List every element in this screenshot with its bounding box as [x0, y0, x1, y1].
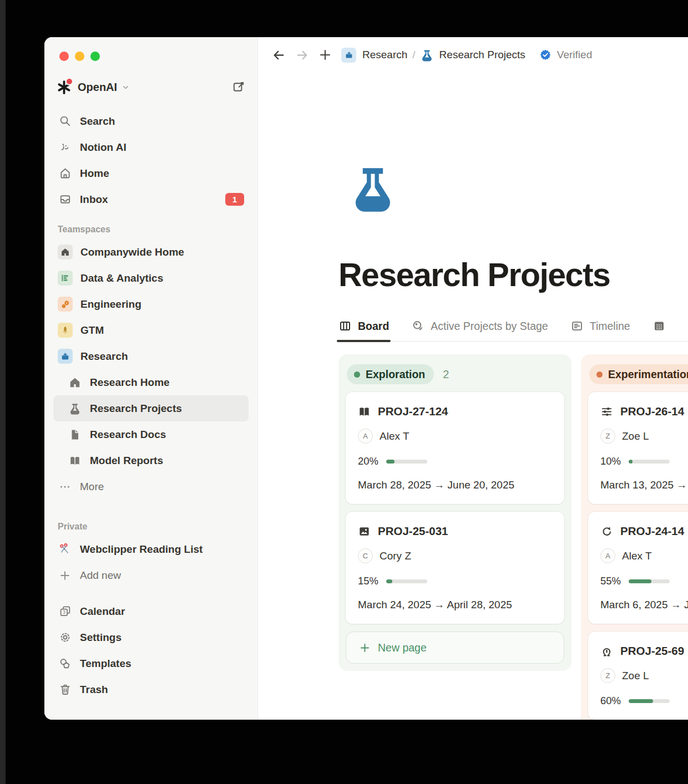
sidebar-item-label: Webclipper Reading List [80, 543, 203, 556]
date-range: March 6, 2025 → J [600, 599, 688, 611]
house-icon [68, 376, 82, 389]
project-card[interactable]: PROJ-24-14 A Alex T 55% March 6, 2025 → … [588, 512, 688, 624]
date-range: March 24, 2025 → April 28, 2025 [358, 599, 552, 611]
toolbox-icon[interactable] [341, 48, 356, 63]
breadcrumb-separator: / [412, 49, 415, 61]
forward-arrow-icon[interactable] [295, 48, 309, 62]
page-title[interactable]: Research Projects [338, 256, 688, 294]
close-window-button[interactable] [59, 52, 69, 61]
status-pill[interactable]: Experimentation [589, 364, 688, 384]
progress-bar [629, 579, 670, 583]
flask-icon [68, 403, 82, 415]
calendar-icon: 3 [58, 605, 72, 618]
project-id: PROJ-24-14 [620, 525, 684, 538]
breadcrumb-root[interactable]: Research [362, 49, 407, 61]
project-card[interactable]: PROJ-25-69 Z Zoe L 60% [588, 632, 688, 720]
page-body: Research Projects Board Active Projects … [258, 73, 688, 720]
date-range: March 28, 2025 → June 20, 2025 [358, 479, 552, 491]
workspace-switcher[interactable]: OpenAI [57, 77, 245, 97]
sidebar-item-inbox[interactable]: Inbox 1 [53, 186, 249, 212]
sidebar-item-label: Home [80, 167, 109, 180]
compose-icon[interactable] [232, 80, 245, 94]
status-pill[interactable]: Exploration [347, 364, 434, 384]
new-page-label: New page [378, 642, 427, 654]
sidebar-item-companywide-home[interactable]: Companywide Home [53, 239, 249, 265]
sidebar-item-label: Inbox [80, 194, 108, 206]
sidebar-item-model-reports[interactable]: Model Reports [53, 447, 249, 474]
tab-timeline[interactable]: Timeline [570, 319, 630, 341]
flask-icon [421, 49, 433, 62]
gears-icon [58, 297, 73, 312]
sidebar-item-add-new[interactable]: Add new [53, 562, 249, 588]
project-card[interactable]: PROJ-27-124 A Alex T 20% March 28, 2025 … [346, 392, 564, 504]
project-card[interactable]: PROJ-26-14 Z Zoe L 10% March 13, 2025 → [588, 392, 688, 504]
status-dot-icon [596, 371, 603, 378]
sidebar-item-more[interactable]: More [53, 474, 249, 500]
sidebar-item-label: Add new [80, 569, 121, 582]
progress-row: 10% [600, 455, 688, 467]
back-arrow-icon[interactable] [272, 48, 286, 62]
board-column-experimentation: Experimentation PROJ-26-14 Z Zoe L [581, 354, 688, 720]
sidebar-item-research[interactable]: Research [53, 343, 249, 369]
project-id: PROJ-26-14 [620, 405, 684, 418]
tab-label: Timeline [590, 320, 630, 333]
sidebar-item-label: Calendar [80, 605, 125, 618]
home-icon [58, 167, 72, 180]
kanban-board: Exploration 2 PROJ-27-124 A [338, 354, 688, 720]
breadcrumb-current[interactable]: Research Projects [439, 49, 525, 61]
minimize-window-button[interactable] [75, 52, 84, 61]
sidebar-item-research-projects[interactable]: Research Projects [53, 395, 249, 421]
timeline-view-icon [570, 319, 584, 333]
sidebar-item-search[interactable]: Search [53, 108, 249, 134]
chevron-down-icon [122, 83, 130, 91]
sidebar-item-research-home[interactable]: Research Home [53, 369, 249, 395]
view-tabs: Board Active Projects by Stage Timeline [338, 319, 688, 342]
tab-board[interactable]: Board [338, 319, 389, 341]
progress-percent: 60% [600, 695, 621, 707]
avatar: Z [600, 668, 615, 683]
plus-icon [359, 642, 371, 654]
teamspaces-section-label: Teamspaces [53, 217, 249, 239]
notion-app-window: OpenAI Search Notion AI Home [44, 37, 688, 720]
project-card[interactable]: PROJ-25-031 C Cory Z 15% March 24, 2025 … [346, 512, 564, 624]
tab-calendar-view[interactable] [652, 319, 672, 341]
notification-dot [65, 78, 73, 85]
sidebar-item-label: Search [80, 115, 115, 128]
avatar: Z [600, 429, 615, 444]
sidebar-item-settings[interactable]: Settings [53, 624, 249, 650]
sidebar-item-calendar[interactable]: 3 Calendar [53, 598, 249, 624]
sidebar-item-trash[interactable]: Trash [53, 676, 249, 702]
progress-row: 15% [358, 575, 552, 587]
sidebar-item-webclipper[interactable]: Webclipper Reading List [53, 536, 249, 562]
page-flask-icon[interactable] [350, 163, 396, 214]
new-page-icon[interactable] [318, 48, 332, 62]
card-title-row: PROJ-25-031 [358, 525, 552, 538]
sidebar-item-research-docs[interactable]: Research Docs [53, 421, 249, 447]
tab-active-projects-by-stage[interactable]: Active Projects by Stage [411, 319, 548, 341]
sidebar-item-label: Model Reports [90, 455, 163, 467]
sidebar-item-notion-ai[interactable]: Notion AI [53, 134, 249, 160]
sidebar-item-label: Templates [80, 658, 131, 670]
sidebar-item-templates[interactable]: Templates [53, 650, 249, 676]
sidebar-item-engineering[interactable]: Engineering [53, 291, 249, 317]
inbox-unread-badge: 1 [225, 193, 244, 206]
house-icon [58, 245, 73, 259]
notion-ai-icon [58, 141, 72, 154]
verified-label: Verified [557, 49, 592, 61]
column-count: 2 [443, 368, 449, 381]
sidebar-item-home[interactable]: Home [53, 160, 249, 186]
assignee-name: Alex T [622, 550, 652, 562]
assignee-name: Alex T [380, 430, 409, 442]
progress-bar [386, 579, 427, 583]
sidebar-item-gtm[interactable]: GTM [53, 317, 249, 343]
zoom-window-button[interactable] [90, 52, 100, 61]
background-window-edge [0, 0, 6, 784]
sidebar-item-label: Notion AI [80, 141, 127, 154]
new-page-button[interactable]: New page [346, 632, 564, 664]
sidebar-item-data-analytics[interactable]: Data & Analytics [53, 265, 249, 291]
progress-percent: 55% [600, 575, 621, 587]
shapes-icon [58, 657, 72, 670]
board-view-icon [338, 319, 352, 333]
inbox-icon [58, 193, 72, 206]
scissors-icon [58, 543, 72, 556]
